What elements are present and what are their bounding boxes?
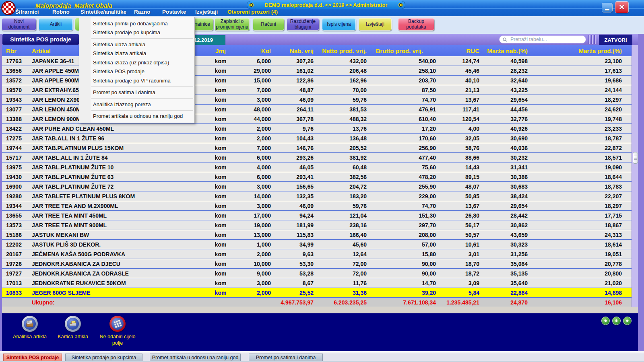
keyboard-icon — [109, 316, 126, 332]
menu-ifrarnici[interactable]: Šifrarnici — [15, 9, 39, 15]
toolbar-button-partial[interactable] — [75, 18, 79, 31]
vertical-scrollbar[interactable] — [632, 45, 638, 307]
toolbar-button-zapisnici-o-promjeni-cijena[interactable]: Zapisnici o promjeni cijena — [215, 18, 250, 31]
next-button[interactable] — [623, 317, 632, 325]
prev-button[interactable] — [601, 317, 610, 325]
cell-rbr: 13388 — [2, 114, 28, 123]
table-row[interactable]: 16900JAR TABL.PLATINUM ŽUTE 72kom3,00015… — [2, 182, 632, 191]
table-search — [499, 35, 586, 43]
search-input[interactable] — [510, 36, 580, 43]
close-window-button[interactable]: ZATVORI — [599, 35, 632, 45]
menu-item-sintetika-primki-po-dobavlja-ima[interactable]: Sintetika primki po dobavljačima — [79, 19, 194, 28]
ne-odabiri-cijelo-polje-button[interactable]: Ne odabiri cijelo polje — [93, 316, 142, 346]
cell-ruc: 89,15 — [439, 172, 483, 181]
menu-item-analitika-izlaznog-poreza[interactable]: Analitika izlaznog poreza — [79, 100, 194, 109]
table-row[interactable]: 17013JEDNOKRATNE RUKAVICE 50KOMkom3,0008… — [2, 278, 632, 288]
analitika-artikla-button[interactable]: Analitika artikla — [6, 316, 54, 340]
cell-ruc: 4,00 — [439, 124, 483, 133]
table-row[interactable]: 15717JAR TABL.ALL IN 1 ŽUTE 84kom6,00029… — [2, 153, 632, 162]
total-rbr — [2, 298, 28, 307]
table-row[interactable]: 12202JASTUK PLIŠ 3D DEKOR.kom1,00034,994… — [2, 240, 632, 249]
menu-open-windows[interactable]: Otvoreni prozori (4) — [227, 9, 278, 15]
cell-netto-prod-vrij: 45,60 — [317, 240, 370, 249]
table-row[interactable]: 13573JAR TREE TEA MINT 900MLkom19,000181… — [2, 220, 632, 230]
cell-netto-prod-vrij: 72,00 — [317, 259, 370, 268]
menu-item-sintetika-izlaza-uz-prikaz-otpisa[interactable]: Sintetika izlaza (uz prikaz otpisa) — [79, 58, 194, 67]
cell-artikal: JASTUK MEKANI BW — [28, 230, 209, 239]
cell-jmj: kom — [209, 211, 232, 220]
menu-sintetike-analitike[interactable]: Sintetike/analitike — [80, 9, 126, 15]
cell-artikal: JEDNOKRATNE RUKAVICE 50KOM — [28, 278, 209, 288]
cell-nab-vrij: 264,11 — [274, 105, 317, 114]
cell-nab-vrij: 146,76 — [274, 143, 317, 152]
cell-nab-vrij: 48,87 — [274, 85, 317, 95]
cell-ruc: 18,72 — [439, 269, 483, 278]
kartica-artikla-button[interactable]: Kartica artikla — [49, 316, 97, 340]
menu-robno[interactable]: Robno — [52, 9, 70, 15]
tab-sintetika-pos-prodaje[interactable]: Sintetika POS prodaje — [3, 354, 62, 362]
table-row[interactable]: 19280JAR TABLETE PLATINUM PLUS 8KOMkom14… — [2, 191, 632, 201]
cell-jmj: kom — [209, 143, 232, 152]
column-header-mar-a-prod: Marža prod.(%) — [531, 45, 632, 56]
cell-artikal: JAR TABL.PLATINUM ŽUTE 63 — [28, 172, 209, 181]
cell-ruc: 21,13 — [439, 85, 483, 95]
total-mar-a-nab: 24,870 — [483, 298, 531, 307]
table-row[interactable]: 13655JAR TREE TEA MINT 450MLkom17,00094,… — [2, 211, 632, 220]
table-row[interactable]: 20167JEČMENA KAŠA 500G PODRAVKAkom2,0009… — [2, 249, 632, 259]
menu-razno[interactable]: Razno — [134, 9, 151, 15]
column-header-netto-prod-vrij: Netto prod. vrij. — [317, 45, 370, 56]
tab-promet-artikala-u-odnosu-na-raniju-god[interactable]: Promet artikala u odnosu na raniju god — [150, 354, 241, 362]
table-row[interactable]: 10833JEGER 600G SLJEMEkom2,00025,5231,36… — [2, 288, 632, 298]
menu-item-sintetika-ulaza-artikala[interactable]: Sintetika ulaza artikala — [79, 40, 194, 49]
cell-jmj: kom — [209, 278, 232, 288]
toolbar-button-artikli[interactable]: Artikli — [39, 18, 73, 31]
table-row[interactable]: 13975JAR TABL.PLATINUM ŽUTE 10kom4,00046… — [2, 162, 632, 172]
tab-promet-po-satima-i-danima[interactable]: Promet po satima i danima — [249, 354, 323, 362]
cell-jmj: kom — [209, 259, 232, 268]
menu-item-sintetika-prodaje-po-vp-ra-unima[interactable]: Sintetika prodaje po VP računima — [79, 76, 194, 85]
table-row[interactable]: 15186JASTUK MEKANI BWkom13,000115,83166,… — [2, 230, 632, 240]
table-row[interactable]: 19344JAR TREE TEA AND M.2X900MLkom3,0004… — [2, 201, 632, 211]
cell-brutto-prod-vrij: 258,10 — [370, 66, 439, 75]
cell-rbr: 15717 — [2, 153, 28, 162]
toolbar-button-ispis-cijena[interactable]: Ispis cijena — [322, 18, 356, 31]
table-row[interactable]: 19727JEDNOKR.KABANICA ZA ODRASLEkom9,000… — [2, 269, 632, 278]
menu-item-sintetika-prodaje-po-kupcima[interactable]: Sintetika prodaje po kupcima — [79, 28, 194, 37]
cell-netto-prod-vrij: 488,32 — [317, 114, 370, 123]
menu-item-sintetika-pos-prodaje[interactable]: Sintetika POS prodaje — [79, 67, 194, 76]
toolbar-button-razdu-enje-blagajni[interactable]: Razduženje blagajni — [287, 18, 319, 31]
cell-jmj: kom — [209, 56, 232, 66]
cell-jmj: kom — [209, 76, 232, 85]
up-button[interactable] — [612, 317, 621, 325]
scrollbar-thumb[interactable] — [633, 152, 638, 164]
menu-item-promet-po-satima-i-danima[interactable]: Promet po satima i danima — [79, 88, 194, 97]
cell-mar-a-nab: 28,442 — [483, 211, 531, 220]
menu-postavke[interactable]: Postavke — [162, 9, 186, 15]
cell-nab-vrij: 8,67 — [274, 278, 317, 288]
session-info-text: DEMO maloprodaja d.d. <> 2019 <> Adminis… — [264, 2, 387, 8]
table-row[interactable]: 19726JEDNOKR.KABANICA ZA DJECUkom10,0005… — [2, 259, 632, 269]
cell-ruc: 5,84 — [439, 288, 483, 297]
table-row[interactable]: 18422JAR PURE AND CLEAN 450MLkom2,0009,7… — [2, 124, 632, 134]
table-row[interactable]: 19430JAR TABL.PLATINUM ŽUTE 63kom6,00029… — [2, 172, 632, 182]
total-brutto-prod-vrij: 7.671.108,34 — [370, 298, 439, 307]
cell-brutto-prod-vrij: 540,00 — [370, 56, 439, 66]
menu-item-sintetika-izlaza-artikala[interactable]: Sintetika izlaza artikala — [79, 49, 194, 58]
cell-jmj: kom — [209, 66, 232, 75]
toolbar-button-izvje-taji[interactable]: Izvještaji — [359, 18, 392, 31]
table-row[interactable]: 19744JAR TAB.PLATINUM PLUS 15KOMkom7,000… — [2, 143, 632, 153]
toolbar-button-novi-dokument[interactable]: Novi dokument — [2, 18, 36, 31]
title-bar: Maloprodaja Market Obala DEMO maloprodaj… — [0, 0, 644, 16]
cell-mar-a-nab: 43,659 — [483, 230, 531, 239]
cell-kol: 29,000 — [232, 66, 274, 75]
arrow-left-icon — [603, 319, 608, 323]
cell-kol: 3,000 — [232, 182, 274, 191]
menu-item-promet-artikala-u-odnosu-na-raniju-god[interactable]: Promet artikala u odnosu na raniju god — [79, 112, 194, 121]
table-row[interactable]: 17275JAR TAB.ALL IN 1 ŽUTE 96kom2,000104… — [2, 134, 632, 143]
toolbar-button-ra-uni[interactable]: Računi — [253, 18, 284, 31]
menu-izvje-taji[interactable]: Izvještaji — [195, 9, 218, 15]
footer-panel: Analitika artikla Kartica artikla — [2, 313, 638, 351]
cell-nab-vrij: 46,09 — [274, 201, 317, 210]
tab-sintetika-prodaje-po-kupcima[interactable]: Sintetika prodaje po kupcima — [65, 354, 142, 362]
toolbar-button-backup-podataka[interactable]: Backup podataka — [398, 18, 434, 31]
